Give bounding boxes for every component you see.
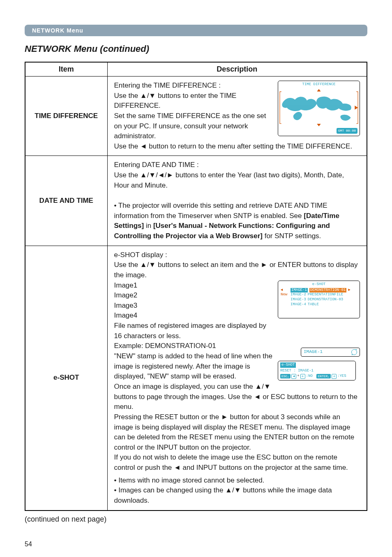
settings-table: Item Description TIME DIFFERENCE TIME DI… (25, 62, 367, 511)
eshot-panel-title: e-SHOT (312, 282, 325, 286)
network-menu-banner: NETWORK Menu (25, 25, 367, 36)
image1-label: IMAGE-1 (304, 349, 323, 355)
figure-title: TIME DIFFERENCE (279, 82, 359, 87)
column-header-item: Item (25, 62, 107, 77)
table-row: DATE AND TIME Entering DATE AND TIME :Us… (25, 156, 367, 246)
item-e-shot: e-SHOT (25, 246, 107, 511)
item-date-and-time: DATE AND TIME (25, 156, 107, 246)
no-label: :NO (306, 374, 313, 379)
reset-line: RESET : IMAGE-1 (280, 368, 353, 374)
esc-tag: ESC, (280, 374, 291, 379)
yes-label: :YES (337, 374, 346, 379)
table-row: TIME DIFFERENCE TIME DIFFERENCE (25, 77, 367, 156)
desc-date-and-time: Entering DATE AND TIME :Use the ▲/▼/◄/► … (107, 156, 367, 246)
reset-panel: e-SHOT RESET : IMAGE-1 ESC, ◄+⎆ :NO ENTE… (278, 361, 356, 381)
eshot-bullet: • Images can be changed using the ▲/▼ bu… (114, 486, 332, 504)
eshot-body: File names of registered images are disp… (114, 322, 357, 471)
world-map-icon (279, 87, 359, 128)
table-row: e-SHOT e-SHOT display : Use the ▲/▼ butt… (25, 246, 367, 511)
enter-tag: ENTER, (316, 374, 331, 379)
eshot-image-line: Image3 (114, 302, 138, 309)
item-time-difference: TIME DIFFERENCE (25, 77, 107, 156)
svg-marker-0 (355, 106, 358, 110)
column-header-description: Description (107, 62, 367, 77)
desc-e-shot: e-SHOT display : Use the ▲/▼ buttons to … (107, 246, 367, 511)
eshot-image-line: Image2 (114, 291, 138, 299)
sync-icon (351, 349, 357, 355)
section-title: NETWORK Menu (continued) (25, 44, 367, 54)
eshot-bullet: • Items with no image stored cannot be s… (114, 476, 265, 484)
eshot-intro: e-SHOT display : Use the ▲/▼ buttons to … (114, 251, 358, 279)
eshot-image-line: Image4 (114, 311, 138, 319)
reset-panel-title: e-SHOT (280, 362, 296, 368)
continued-note: (continued on next page) (25, 515, 367, 524)
eshot-image-line: Image1 (114, 281, 138, 289)
image1-preview: IMAGE-1 e-SHOT RESET : IMAGE-1 ESC, ◄+⎆ … (278, 348, 360, 381)
desc-time-difference: TIME DIFFERENCE (107, 77, 367, 156)
eshot-list-figure: e-SHOT ◄IMAGE-1 DEMONSTRATION-01► NewIMA… (278, 281, 360, 318)
time-difference-figure: TIME DIFFERENCE (278, 81, 360, 136)
gmt-badge: GMT 00:00 (337, 128, 357, 134)
page-number: 54 (25, 541, 32, 548)
eshot-menu-list: ◄IMAGE-1 DEMONSTRATION-01► NewIMAGE-2 PR… (279, 287, 359, 308)
